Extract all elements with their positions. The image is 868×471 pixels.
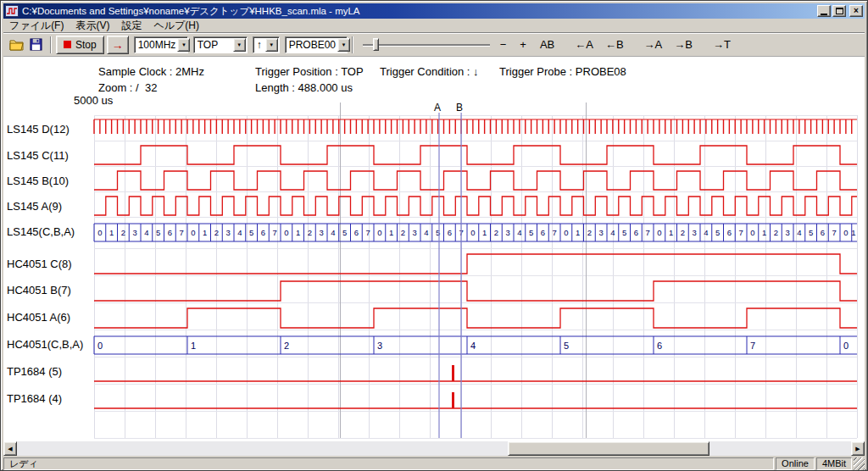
zoom-slider[interactable] bbox=[363, 36, 490, 53]
open-folder-icon bbox=[9, 38, 25, 51]
cursor-a-label[interactable]: A bbox=[434, 102, 441, 114]
trigger-edge-value: ↑ bbox=[253, 38, 265, 51]
toolbar: Stop → 100MHz ▼ TOP ▼ ↑ ▼ PROBE00 ▼ − + … bbox=[3, 32, 865, 56]
dropdown-arrow-icon[interactable]: ▼ bbox=[233, 38, 246, 52]
trigger-position-value: TOP bbox=[194, 38, 233, 51]
channel-label: LS145 C(11) bbox=[7, 149, 69, 163]
channel-label: TP1684 (5) bbox=[7, 365, 62, 379]
dropdown-arrow-icon[interactable]: ▼ bbox=[177, 38, 190, 52]
cursor-b-prev-button[interactable]: ←B bbox=[602, 37, 627, 52]
stop-square-icon bbox=[64, 41, 71, 48]
toolbar-separator bbox=[50, 36, 52, 53]
app-icon[interactable] bbox=[5, 5, 19, 17]
dropdown-arrow-icon[interactable]: ▼ bbox=[337, 38, 350, 52]
save-button[interactable] bbox=[26, 36, 46, 54]
minimize-icon bbox=[821, 14, 827, 15]
open-button[interactable] bbox=[7, 36, 26, 54]
cursor-a-next-button[interactable]: →A bbox=[641, 37, 666, 52]
channel-label: LS145 B(10) bbox=[7, 175, 69, 188]
cursor-a-prev-button[interactable]: ←A bbox=[571, 37, 597, 52]
channel-label: HC4051(C,B,A) bbox=[7, 338, 83, 352]
resize-grip-icon[interactable] bbox=[854, 457, 865, 470]
trigger-position-combobox[interactable]: TOP ▼ bbox=[193, 36, 248, 53]
maximize-icon bbox=[836, 8, 843, 14]
menu-view[interactable]: 表示(V) bbox=[70, 19, 115, 32]
channel-label: HC4051 C(8) bbox=[7, 258, 72, 271]
zoom-slider-track[interactable] bbox=[363, 44, 490, 46]
status-online: Online bbox=[776, 457, 815, 470]
run-button[interactable]: → bbox=[107, 36, 129, 54]
minimize-button[interactable] bbox=[817, 5, 831, 17]
scroll-right-button[interactable]: ▶ bbox=[851, 441, 865, 456]
sample-clock-combobox[interactable]: 100MHz ▼ bbox=[134, 36, 188, 53]
channel-label: LS145(C,B,A) bbox=[7, 225, 75, 239]
trigger-probe-combobox[interactable]: PROBE00 ▼ bbox=[285, 36, 348, 53]
app-window: C:¥Documents and Settings¥noname¥デスクトップ¥… bbox=[0, 0, 868, 471]
run-arrow-icon: → bbox=[112, 38, 124, 52]
zoom-info: Zoom : / 32 bbox=[98, 81, 157, 94]
scroll-left-button[interactable]: ◀ bbox=[3, 441, 17, 456]
close-button[interactable]: × bbox=[849, 5, 863, 17]
status-ready: レディ bbox=[3, 457, 774, 470]
trigger-condition-info: Trigger Condition : ↓ bbox=[380, 65, 479, 78]
titlebar[interactable]: C:¥Documents and Settings¥noname¥デスクトップ¥… bbox=[3, 3, 865, 19]
channel-label: LS145 D(12) bbox=[7, 123, 70, 136]
trigger-position-info: Trigger Position : TOP bbox=[255, 65, 364, 78]
menu-settings[interactable]: 設定 bbox=[115, 19, 147, 32]
scrollbar-thumb[interactable] bbox=[508, 441, 709, 456]
maximize-button[interactable] bbox=[832, 5, 846, 17]
stop-button[interactable]: Stop bbox=[56, 36, 104, 54]
cursor-b-next-button[interactable]: →B bbox=[670, 37, 696, 52]
trigger-probe-info: Trigger Probe : PROBE08 bbox=[499, 65, 626, 78]
channel-label: HC4051 A(6) bbox=[7, 311, 70, 324]
trigger-edge-combobox[interactable]: ↑ ▼ bbox=[253, 36, 280, 53]
sample-clock-value: 100MHz bbox=[135, 38, 178, 51]
zoom-slider-thumb[interactable] bbox=[373, 38, 379, 51]
channel-label: TP1684 (4) bbox=[7, 392, 62, 406]
status-memory: 4MBit bbox=[816, 457, 852, 470]
close-icon: × bbox=[854, 7, 859, 15]
menubar: ファイル(F) 表示(V) 設定 ヘルプ(H) bbox=[3, 19, 865, 32]
cursor-b-label[interactable]: B bbox=[456, 102, 463, 114]
menu-help[interactable]: ヘルプ(H) bbox=[147, 19, 205, 32]
horizontal-scrollbar[interactable]: ◀ ▶ bbox=[3, 441, 865, 456]
stop-label: Stop bbox=[75, 39, 97, 51]
menu-file[interactable]: ファイル(F) bbox=[3, 19, 70, 32]
window-title: C:¥Documents and Settings¥noname¥デスクトップ¥… bbox=[22, 5, 815, 18]
trigger-probe-value: PROBE00 bbox=[286, 38, 337, 51]
dropdown-arrow-icon[interactable]: ▼ bbox=[265, 38, 278, 52]
toolbar-separator bbox=[352, 36, 353, 53]
goto-trigger-button[interactable]: →T bbox=[709, 37, 734, 52]
channel-label: LS145 A(9) bbox=[7, 200, 62, 213]
length-info: Length : 488.000 us bbox=[255, 81, 353, 94]
statusbar: レディ Online 4MBit bbox=[3, 457, 865, 470]
cursor-ab-button[interactable]: AB bbox=[537, 37, 558, 52]
zoom-out-button[interactable]: − bbox=[497, 37, 510, 52]
floppy-icon bbox=[30, 38, 42, 51]
waveform-area[interactable] bbox=[92, 113, 857, 438]
time-scale-label: 5000 us bbox=[74, 94, 113, 107]
channel-label: HC4051 B(7) bbox=[7, 284, 71, 297]
zoom-in-button[interactable]: + bbox=[516, 37, 530, 52]
sample-clock-info: Sample Clock : 2MHz bbox=[98, 65, 204, 78]
